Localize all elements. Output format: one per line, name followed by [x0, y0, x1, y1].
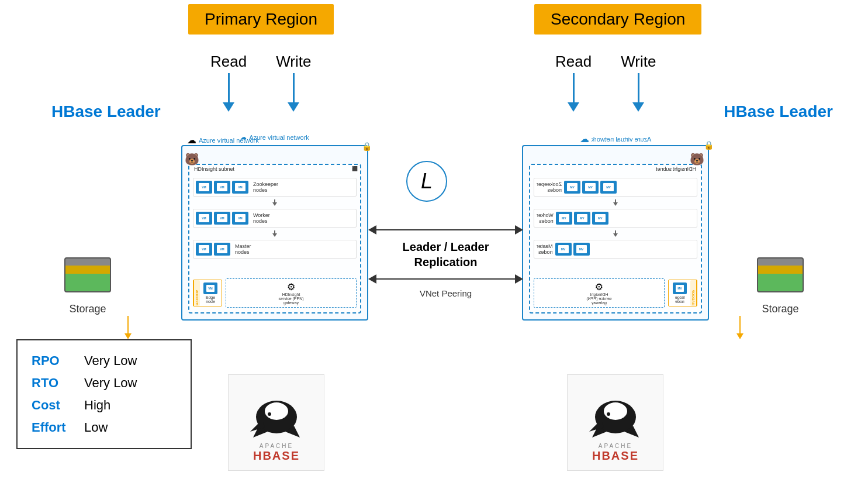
cost-value: High — [84, 398, 110, 413]
write-label-right: Write — [621, 53, 656, 112]
master-row: VM VM Masternodes — [193, 240, 357, 259]
effort-value: Low — [84, 420, 108, 435]
primary-region-label: Primary Region — [188, 4, 334, 35]
svg-text:HBASE: HBASE — [592, 449, 638, 461]
secondary-region-label: Secondary Region — [534, 4, 701, 35]
svg-point-5 — [268, 412, 271, 416]
read-label-right: Read — [555, 53, 592, 112]
read-label-left: Read — [210, 53, 247, 112]
effort-key: Effort — [32, 420, 72, 435]
lock-icon-left: 🔒 — [362, 142, 372, 151]
hbase-logo-right: APACHE HBASE — [567, 374, 663, 471]
primary-subnet-box: HDInsight subnet ⬛ VM VM VM Zookeepernod… — [188, 164, 361, 313]
svg-point-13 — [607, 412, 610, 416]
rto-value: Very Low — [84, 375, 137, 391]
storage-left: Storage — [64, 257, 111, 315]
storage-label-left: Storage — [69, 303, 106, 315]
rpo-key: RPO — [32, 353, 72, 368]
hbase-svg-right: APACHE HBASE — [575, 385, 656, 461]
svg-point-9 — [604, 402, 627, 420]
zookeeper-label: Zookeepernodes — [253, 181, 278, 193]
lock-icon-right: 🔒 — [704, 140, 714, 150]
replication-title: Leader / Leader Replication — [403, 239, 489, 270]
svg-text:HBASE: HBASE — [253, 449, 299, 461]
worker-label: Workernodes — [253, 212, 270, 224]
master-label: Masternodes — [235, 243, 251, 255]
storage-label-right: Storage — [762, 303, 798, 315]
hbase-leader-right: HBase Leader — [724, 102, 833, 121]
write-label-left: Write — [276, 53, 311, 112]
cost-key: Cost — [32, 398, 72, 413]
secondary-subnet-box: HDInsight subnet VM VM VM Zookeepernodes… — [529, 164, 702, 313]
zookeeper-row: VM VM VM Zookeepernodes — [193, 178, 357, 197]
info-box: RPO Very Low RTO Very Low Cost High Effo… — [16, 339, 192, 449]
rto-key: RTO — [32, 375, 72, 391]
bear-icon-left: 🐻 — [185, 152, 199, 166]
svg-text:APACHE: APACHE — [598, 443, 632, 449]
worker-row: VM VM VM Workernodes — [193, 209, 357, 228]
svg-point-1 — [265, 402, 288, 420]
svg-text:APACHE: APACHE — [259, 443, 293, 449]
primary-network-box: ☁ Azure virtual network 🔒 HDInsight subn… — [181, 145, 368, 321]
hbase-svg-left: APACHE HBASE — [236, 385, 317, 461]
subnet-label-left: HDInsight subnet — [194, 166, 234, 172]
hbase-leader-left: HBase Leader — [51, 102, 161, 121]
rpo-value: Very Low — [84, 353, 137, 368]
bear-icon-right: 🐻 — [690, 152, 704, 166]
circle-l-text: L — [421, 169, 433, 194]
secondary-network-box: 🔒 ☁ Azure virtual network HDInsight subn… — [522, 145, 709, 321]
vnet-peering-label: VNet Peering — [420, 288, 472, 298]
storage-right: Storage — [757, 257, 804, 315]
hbase-logo-left: APACHE HBASE — [228, 374, 324, 471]
circle-l: L — [406, 161, 447, 202]
